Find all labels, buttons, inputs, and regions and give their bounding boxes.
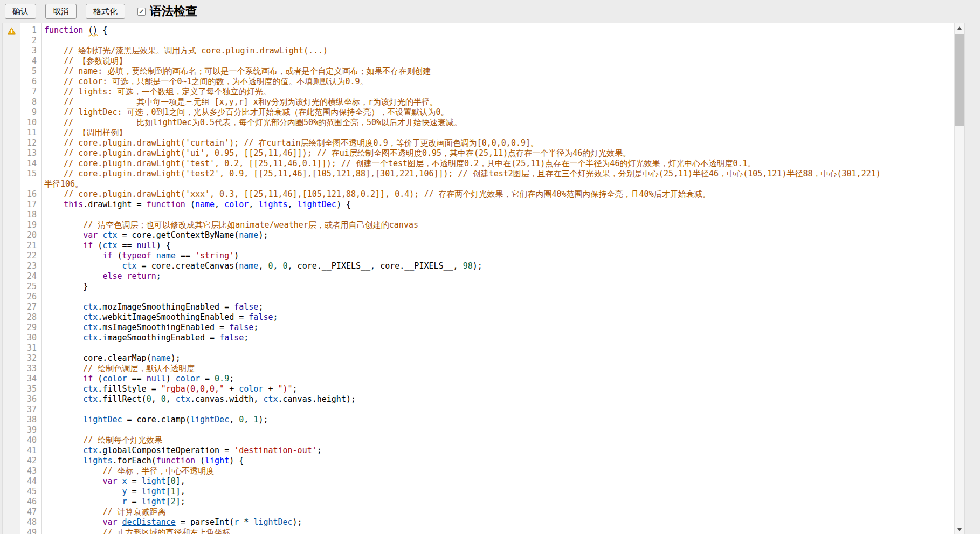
code-line[interactable]: r = light[2]; (42, 497, 954, 507)
line-number: 41 (20, 446, 42, 456)
code-line-row: 12 // core.plugin.drawLight('curtain'); … (3, 138, 954, 148)
down-arrow-icon (957, 528, 962, 531)
code-line[interactable]: function () { (42, 25, 954, 36)
code-line[interactable]: // core.plugin.drawLight('ui', 0.95, [[2… (42, 148, 954, 159)
line-number: 36 (20, 394, 42, 405)
code-line[interactable]: // name: 必填，要绘制到的画布名；可以是一个系统画布，或者是个自定义画布… (42, 66, 954, 77)
code-line[interactable] (42, 210, 954, 220)
code-line[interactable]: } (42, 282, 954, 292)
scroll-up-button[interactable] (955, 23, 964, 32)
code-line[interactable]: // core.plugin.drawLight('test', 0.2, [[… (42, 159, 954, 169)
code-line[interactable]: // 【参数说明】 (42, 56, 954, 66)
code-line[interactable]: if (typeof name == 'string') (42, 251, 954, 261)
code-line[interactable]: this.drawLight = function (name, color, … (42, 200, 954, 210)
scrollbar-thumb[interactable] (955, 34, 964, 126)
code-line-row: 32 core.clearMap(name); (3, 353, 954, 364)
line-number: 45 (20, 487, 42, 497)
code-line[interactable]: lightDec = core.clamp(lightDec, 0, 1); (42, 415, 954, 425)
code-line[interactable]: // core.plugin.drawLight('xxx', 0.3, [[2… (42, 189, 954, 200)
line-number: 27 (20, 302, 42, 312)
code-line-row: 40 // 绘制每个灯光效果 (3, 435, 954, 446)
code-line-row: 14 // core.plugin.drawLight('test', 0.2,… (3, 159, 954, 169)
code-line[interactable]: // core.plugin.drawLight('curtain'); // … (42, 138, 954, 148)
code-lines[interactable]: 1function () {23 // 绘制灯光/漆黑层效果。调用方式 core… (3, 23, 954, 534)
line-number: 44 (20, 476, 42, 487)
code-line[interactable]: ctx.fillStyle = "rgba(0,0,0," + color + … (42, 384, 954, 394)
code-line-row: 2 (3, 36, 954, 46)
code-line[interactable] (42, 425, 954, 435)
code-line[interactable]: // 坐标，半径，中心不透明度 (42, 466, 954, 476)
code-line-row: 42 lights.forEach(function (light) { (3, 456, 954, 466)
code-line[interactable] (42, 343, 954, 353)
code-line[interactable]: var ctx = core.getContextByName(name); (42, 230, 954, 241)
code-line[interactable]: y = light[1], (42, 487, 954, 497)
code-editor[interactable]: 1function () {23 // 绘制灯光/漆黑层效果。调用方式 core… (2, 23, 965, 534)
code-line[interactable]: // 计算衰减距离 (42, 507, 954, 517)
code-line[interactable]: ctx.webkitImageSmoothingEnabled = false; (42, 312, 954, 323)
confirm-button[interactable]: 确认 (5, 4, 36, 19)
code-line[interactable]: ctx = core.createCanvas(name, 0, 0, core… (42, 261, 954, 271)
gutter-marker (3, 118, 20, 128)
gutter-marker (3, 374, 20, 384)
gutter-marker (3, 230, 20, 241)
line-number: 15 (20, 169, 42, 189)
code-line[interactable]: ctx.imageSmoothingEnabled = false; (42, 333, 954, 343)
code-line[interactable]: ctx.msImageSmoothingEnabled = false; (42, 323, 954, 333)
code-line[interactable]: // 清空色调层；也可以修改成其它层比如animate/weather层，或者用… (42, 220, 954, 230)
code-line[interactable]: var decDistance = parseInt(r * lightDec)… (42, 517, 954, 528)
code-line[interactable]: // 绘制每个灯光效果 (42, 435, 954, 446)
line-number: 19 (20, 220, 42, 230)
code-line[interactable]: lights.forEach(function (light) { (42, 456, 954, 466)
code-line-row: 25 } (3, 282, 954, 292)
code-line-row: 28 ctx.webkitImageSmoothingEnabled = fal… (3, 312, 954, 323)
code-line[interactable]: // 绘制色调层，默认不透明度 (42, 364, 954, 374)
code-line[interactable]: ctx.fillRect(0, 0, ctx.canvas.width, ctx… (42, 394, 954, 405)
code-line-row: 39 (3, 425, 954, 435)
code-line[interactable]: // core.plugin.drawLight('test2', 0.9, [… (42, 169, 954, 189)
code-line[interactable]: var x = light[0], (42, 476, 954, 487)
code-line[interactable]: // 绘制灯光/漆黑层效果。调用方式 core.plugin.drawLight… (42, 46, 954, 56)
line-number: 28 (20, 312, 42, 323)
code-line[interactable]: // color: 可选，只能是一个0~1之间的数，为不透明度的值。不填则默认为… (42, 77, 954, 87)
code-line[interactable]: // lightDec: 可选，0到1之间，光从多少百分比才开始衰减（在此范围内… (42, 107, 954, 118)
line-number: 47 (20, 507, 42, 517)
cancel-button[interactable]: 取消 (45, 4, 77, 19)
toolbar: 确认 取消 格式化 ✓ 语法检查 (0, 0, 980, 23)
code-line[interactable]: // 比如lightDec为0.5代表，每个灯光部分内圈50%的范围全亮，50%… (42, 118, 954, 128)
code-line[interactable]: if (ctx == null) { (42, 241, 954, 251)
code-line[interactable]: // 其中每一项是三元组 [x,y,r] x和y分别为该灯光的横纵坐标，r为该灯… (42, 97, 954, 107)
scroll-down-button[interactable] (955, 525, 964, 534)
line-number: 9 (20, 107, 42, 118)
code-line[interactable]: ctx.mozImageSmoothingEnabled = false; (42, 302, 954, 312)
syntax-check-checkbox[interactable]: ✓ (137, 8, 146, 16)
line-number: 38 (20, 415, 42, 425)
code-line[interactable]: else return; (42, 271, 954, 282)
line-number: 40 (20, 435, 42, 446)
line-number: 13 (20, 148, 42, 159)
code-line[interactable]: // 【调用样例】 (42, 128, 954, 138)
gutter-marker (3, 302, 20, 312)
code-line[interactable] (42, 405, 954, 415)
code-line[interactable]: if (color == null) color = 0.9; (42, 374, 954, 384)
code-line-row: 26 (3, 292, 954, 302)
code-line[interactable]: // 正方形区域的直径和左上角坐标 (42, 528, 954, 534)
code-line-row: 46 r = light[2]; (3, 497, 954, 507)
gutter-marker (3, 261, 20, 271)
code-line-row: 5 // name: 必填，要绘制到的画布名；可以是一个系统画布，或者是个自定义… (3, 66, 954, 77)
code-line[interactable]: // lights: 可选，一个数组，定义了每个独立的灯光。 (42, 87, 954, 97)
code-line-row: 37 (3, 405, 954, 415)
code-line[interactable]: ctx.globalCompositeOperation = 'destinat… (42, 446, 954, 456)
code-line-row: 31 (3, 343, 954, 353)
code-line-row: 36 ctx.fillRect(0, 0, ctx.canvas.width, … (3, 394, 954, 405)
format-button[interactable]: 格式化 (86, 4, 125, 19)
code-line[interactable] (42, 36, 954, 46)
gutter-marker (3, 169, 20, 189)
code-line-row: 21 if (ctx == null) { (3, 241, 954, 251)
code-line[interactable]: core.clearMap(name); (42, 353, 954, 364)
line-number: 25 (20, 282, 42, 292)
vertical-scrollbar[interactable] (954, 23, 964, 534)
code-line[interactable] (42, 292, 954, 302)
line-number: 46 (20, 497, 42, 507)
code-line-row: 4 // 【参数说明】 (3, 56, 954, 66)
gutter-marker (3, 353, 20, 364)
